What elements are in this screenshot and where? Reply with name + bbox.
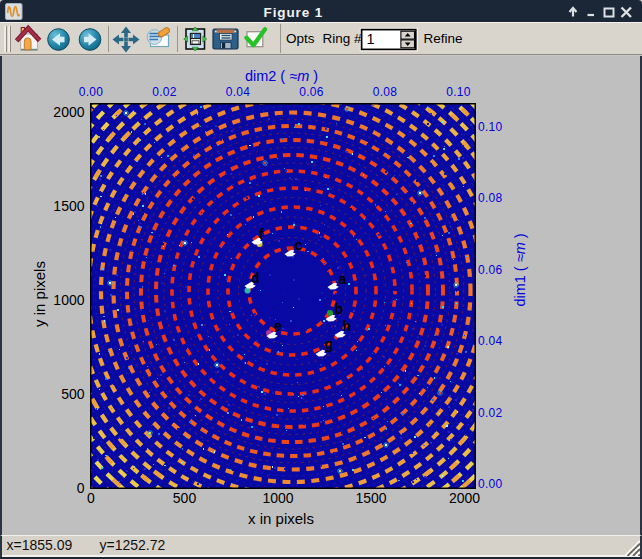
svg-text:a: a	[339, 271, 347, 287]
svg-text:e: e	[274, 318, 282, 334]
svg-text:f: f	[259, 226, 264, 242]
svg-text:d: d	[251, 270, 260, 286]
svg-text:b: b	[335, 301, 344, 317]
svg-text:c: c	[295, 237, 303, 253]
svg-text:g: g	[325, 336, 334, 352]
svg-text:h: h	[343, 318, 352, 334]
